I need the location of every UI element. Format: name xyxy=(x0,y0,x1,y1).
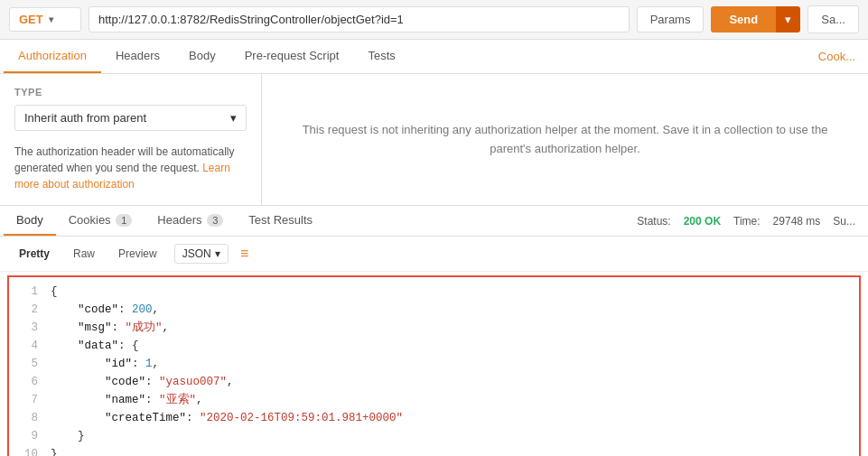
tab-authorization[interactable]: Authorization xyxy=(4,40,101,73)
send-dropdown-button[interactable]: ▾ xyxy=(776,6,800,33)
format-label: JSON xyxy=(182,247,211,260)
wrap-button[interactable]: ≡ xyxy=(232,242,257,265)
format-chevron-icon: ▾ xyxy=(215,247,220,260)
code-line-5: 5 "id": 1, xyxy=(9,355,859,373)
line-num-1: 1 xyxy=(13,283,38,301)
res-tab-headers[interactable]: Headers 3 xyxy=(145,206,236,236)
format-bar: Pretty Raw Preview JSON ▾ ≡ xyxy=(0,237,868,272)
format-select[interactable]: JSON ▾ xyxy=(174,244,229,264)
code-line-3: 3 "msg": "成功", xyxy=(9,319,859,337)
code-line-10: 10 } xyxy=(9,445,859,456)
res-tab-cookies[interactable]: Cookies 1 xyxy=(56,206,145,236)
type-chevron-icon: ▾ xyxy=(230,111,237,125)
status-label: Status: xyxy=(637,215,670,228)
tab-prerequest[interactable]: Pre-request Script xyxy=(230,40,354,73)
type-label: TYPE xyxy=(14,87,247,98)
fmt-tab-pretty[interactable]: Pretty xyxy=(9,243,60,265)
res-tab-body[interactable]: Body xyxy=(4,206,56,236)
url-input[interactable] xyxy=(89,6,630,33)
tab-tests[interactable]: Tests xyxy=(353,40,409,73)
code-line-9: 9 } xyxy=(9,427,859,445)
response-status: Status: 200 OK Time: 29748 ms Su... xyxy=(637,215,868,228)
res-tab-test-results[interactable]: Test Results xyxy=(236,206,325,236)
code-line-7: 7 "name": "亚索", xyxy=(9,391,859,409)
auth-right: This request is not inheriting any autho… xyxy=(262,74,868,205)
headers-badge: 3 xyxy=(207,214,223,227)
code-line-6: 6 "code": "yasuo007", xyxy=(9,373,859,391)
fmt-tab-raw[interactable]: Raw xyxy=(63,243,105,265)
auth-left: TYPE Inherit auth from parent ▾ The auth… xyxy=(0,74,262,205)
auth-panel: TYPE Inherit auth from parent ▾ The auth… xyxy=(0,74,868,206)
tab-body[interactable]: Body xyxy=(174,40,230,73)
fmt-tab-preview[interactable]: Preview xyxy=(108,243,167,265)
type-select[interactable]: Inherit auth from parent ▾ xyxy=(14,105,247,131)
code-line-8: 8 "createTime": "2020-02-16T09:59:01.981… xyxy=(9,409,859,427)
send-btn-group: Send ▾ xyxy=(711,6,800,33)
request-tabs: Authorization Headers Body Pre-request S… xyxy=(0,40,868,74)
top-bar: GET ▾ Params Send ▾ Sa... xyxy=(0,0,868,40)
code-area[interactable]: 1 { 2 "code": 200, 3 "msg": "成功", 4 "dat… xyxy=(7,275,861,456)
auth-description: The authorization header will be automat… xyxy=(14,144,247,192)
time-value: 29748 ms xyxy=(773,215,821,228)
type-value: Inherit auth from parent xyxy=(24,111,146,125)
cookies-link[interactable]: Cook... xyxy=(806,41,868,72)
code-line-1: 1 { xyxy=(9,283,859,301)
time-label: Time: xyxy=(733,215,761,228)
tab-headers[interactable]: Headers xyxy=(101,40,174,73)
send-button[interactable]: Send xyxy=(711,6,776,33)
save-button[interactable]: Sa... xyxy=(807,5,859,33)
status-value: 200 OK xyxy=(684,215,721,228)
code-line-2: 2 "code": 200, xyxy=(9,301,859,319)
params-button[interactable]: Params xyxy=(637,6,705,33)
su-label: Su... xyxy=(833,215,855,228)
cookies-badge: 1 xyxy=(116,214,132,227)
code-line-4: 4 "data": { xyxy=(9,337,859,355)
method-label: GET xyxy=(19,13,43,26)
method-chevron-icon: ▾ xyxy=(49,14,53,24)
method-select[interactable]: GET ▾ xyxy=(9,7,81,32)
response-tabs: Body Cookies 1 Headers 3 Test Results St… xyxy=(0,206,868,237)
